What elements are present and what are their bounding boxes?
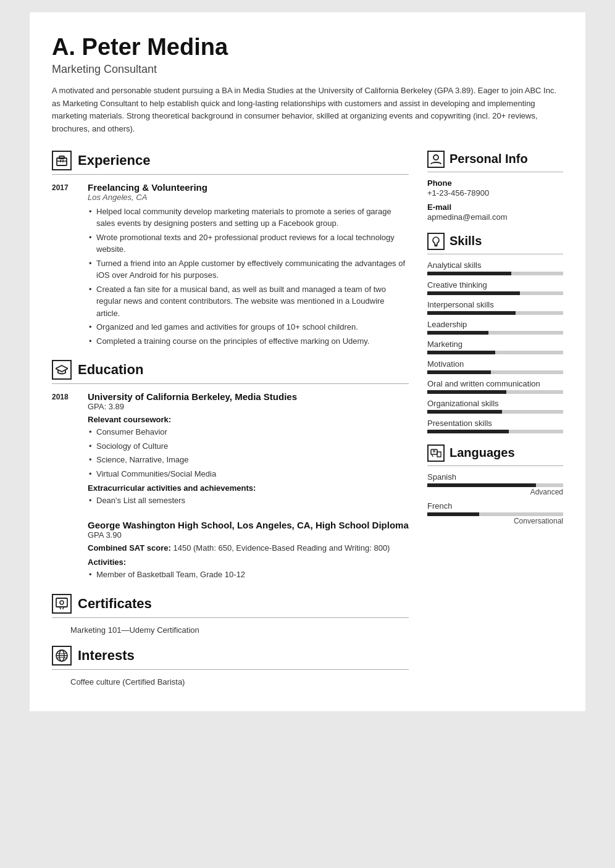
list-item: Completed a training course on the princ… [88, 335, 409, 348]
skill-bar-bg [427, 311, 563, 315]
skill-bar-bg [427, 351, 563, 354]
extra-list: Dean's List all semesters [88, 495, 409, 507]
certificate-item: Marketing 101—Udemy Certification [52, 625, 409, 635]
candidate-name: A. Peter Medina [52, 35, 563, 61]
list-item: Wrote promotional texts and 20+ professi… [88, 232, 409, 256]
summary-text: A motivated and personable student pursu… [52, 85, 563, 136]
experience-job-title: Freelancing & Volunteering [88, 182, 409, 193]
language-level: Advanced [427, 488, 563, 496]
certificates-title: Certificates [78, 596, 152, 612]
list-item: Turned a friend into an Apple customer b… [88, 257, 409, 282]
list-item: Created a fan site for a musical band, a… [88, 283, 409, 320]
skill-item: Marketing [427, 340, 563, 354]
skill-name: Oral and written communication [427, 379, 563, 388]
skill-name: Motivation [427, 359, 563, 369]
education-entry-2: George Washington High School, Los Angel… [52, 520, 409, 583]
svg-rect-6 [56, 598, 67, 607]
skill-item: Organizational skills [427, 399, 563, 414]
skill-bar-fill [427, 410, 502, 414]
interests-section-header: Interests [52, 646, 409, 666]
sat-text: Combined SAT score: 1450 (Math: 650, Evi… [88, 542, 409, 554]
skill-name: Interpersonal skills [427, 300, 563, 309]
svg-rect-1 [59, 156, 64, 159]
skill-bar-fill [427, 430, 509, 433]
resume-document: A. Peter Medina Marketing Consultant A m… [30, 12, 585, 711]
personal-info-divider [427, 172, 563, 172]
email-value: apmedina@email.com [427, 212, 563, 222]
phone-label: Phone [427, 178, 563, 188]
interests-title: Interests [78, 648, 135, 664]
certificates-section-header: Certificates [52, 594, 409, 614]
skill-bar-fill [427, 272, 511, 275]
skill-bar-bg [427, 331, 563, 335]
language-item: Spanish Advanced [427, 472, 563, 496]
svg-point-13 [433, 155, 438, 160]
edu-year-2 [52, 520, 75, 583]
edu-gpa-1: GPA: 3.89 [88, 402, 409, 411]
language-name: Spanish [427, 472, 563, 482]
edu-degree-2: George Washington High School, Los Angel… [88, 520, 409, 530]
list-item: Science, Narrative, Image [88, 454, 409, 466]
edu-content-2: George Washington High School, Los Angel… [88, 520, 409, 583]
skill-bar-fill [427, 390, 506, 394]
personal-info-icon [427, 151, 445, 168]
languages-divider [427, 465, 563, 466]
languages-section-header: Languages [427, 444, 563, 462]
skills-title: Skills [450, 234, 482, 248]
skill-item: Leadership [427, 320, 563, 335]
phone-value: +1-23-456-78900 [427, 188, 563, 198]
language-bar-bg [427, 483, 563, 487]
languages-title: Languages [450, 446, 515, 460]
skill-name: Creative thinking [427, 280, 563, 290]
language-level: Conversational [427, 517, 563, 525]
experience-location: Los Angeles, CA [88, 193, 409, 202]
skills-list: Analytical skills Creative thinking Inte… [427, 261, 563, 433]
interests-divider [52, 669, 409, 670]
personal-info-header: Personal Info [427, 151, 563, 168]
experience-icon [52, 151, 72, 170]
svg-line-9 [63, 607, 64, 609]
language-bar-fill [427, 512, 479, 516]
list-item: Consumer Behavior [88, 426, 409, 438]
extra-label: Extracurricular activities and achieveme… [88, 483, 409, 493]
experience-section-header: Experience [52, 151, 409, 170]
language-name: French [427, 501, 563, 511]
skill-name: Marketing [427, 340, 563, 349]
list-item: Dean's List all semesters [88, 495, 409, 507]
skill-item: Motivation [427, 359, 563, 374]
skill-item: Analytical skills [427, 261, 563, 275]
main-layout: Experience 2017 Freelancing & Volunteeri… [52, 151, 563, 686]
skill-bar-fill [427, 351, 495, 354]
experience-entry-1: 2017 Freelancing & Volunteering Los Ange… [52, 182, 409, 349]
languages-icon [427, 444, 445, 462]
skill-name: Organizational skills [427, 399, 563, 408]
language-item: French Conversational [427, 501, 563, 525]
skill-bar-bg [427, 291, 563, 295]
skill-name: Presentation skills [427, 419, 563, 428]
skill-item: Interpersonal skills [427, 300, 563, 315]
skill-item: Presentation skills [427, 419, 563, 433]
certificates-divider [52, 617, 409, 618]
edu-content-1: University of California Berkeley, Media… [88, 391, 409, 509]
svg-point-7 [60, 601, 64, 604]
skill-name: Analytical skills [427, 261, 563, 270]
edu-gpa-2: GPA 3.90 [88, 530, 409, 540]
skill-bar-fill [427, 291, 520, 295]
experience-content: Freelancing & Volunteering Los Angeles, … [88, 182, 409, 349]
email-label: E-mail [427, 202, 563, 212]
skill-name: Leadership [427, 320, 563, 329]
skill-bar-fill [427, 331, 488, 335]
skill-bar-fill [427, 370, 491, 374]
skill-bar-bg [427, 272, 563, 275]
sat-label: Combined SAT score: [88, 543, 171, 553]
skills-divider [427, 254, 563, 254]
skill-bar-bg [427, 390, 563, 394]
svg-marker-5 [56, 365, 68, 372]
list-item: Sociology of Culture [88, 440, 409, 453]
svg-line-8 [60, 607, 61, 609]
skills-section-header: Skills [427, 233, 563, 250]
skill-bar-bg [427, 370, 563, 374]
education-section-header: Education [52, 360, 409, 380]
coursework-list: Consumer Behavior Sociology of Culture S… [88, 426, 409, 480]
skill-bar-fill [427, 311, 516, 315]
